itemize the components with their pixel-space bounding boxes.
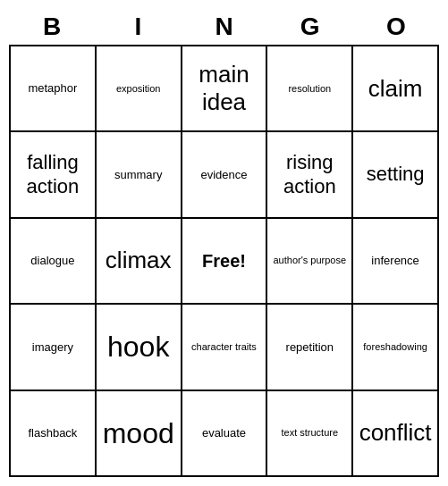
bingo-cell-8[interactable]: rising action bbox=[267, 132, 353, 218]
bingo-cell-6[interactable]: summary bbox=[97, 132, 182, 218]
bingo-cell-11[interactable]: climax bbox=[97, 219, 182, 305]
bingo-cell-12[interactable]: Free! bbox=[182, 219, 268, 305]
bingo-cell-20[interactable]: flashback bbox=[11, 391, 97, 477]
bingo-cell-2[interactable]: main idea bbox=[182, 46, 268, 132]
bingo-cell-7[interactable]: evidence bbox=[182, 132, 268, 218]
bingo-cell-9[interactable]: setting bbox=[353, 132, 439, 218]
header-letter-n: N bbox=[181, 9, 266, 45]
bingo-card: BINGO metaphorexpositionmain idearesolut… bbox=[0, 0, 448, 486]
bingo-cell-4[interactable]: claim bbox=[353, 46, 439, 132]
bingo-cell-5[interactable]: falling action bbox=[11, 132, 97, 218]
bingo-cell-22[interactable]: evaluate bbox=[182, 391, 268, 477]
bingo-cell-18[interactable]: repetition bbox=[267, 305, 353, 390]
header-letter-i: I bbox=[95, 9, 181, 45]
bingo-cell-14[interactable]: inference bbox=[353, 219, 439, 305]
bingo-cell-15[interactable]: imagery bbox=[11, 305, 97, 390]
bingo-cell-3[interactable]: resolution bbox=[267, 46, 353, 132]
header-letter-b: B bbox=[9, 9, 95, 45]
bingo-grid: metaphorexpositionmain idearesolutioncla… bbox=[9, 45, 439, 477]
bingo-cell-17[interactable]: character traits bbox=[182, 305, 268, 390]
header-letter-g: G bbox=[267, 9, 353, 45]
bingo-cell-19[interactable]: foreshadowing bbox=[353, 305, 439, 390]
bingo-cell-13[interactable]: author's purpose bbox=[267, 219, 353, 305]
bingo-cell-1[interactable]: exposition bbox=[97, 46, 182, 132]
header-letter-o: O bbox=[353, 9, 439, 45]
bingo-cell-21[interactable]: mood bbox=[97, 391, 182, 477]
bingo-cell-0[interactable]: metaphor bbox=[11, 46, 97, 132]
bingo-header: BINGO bbox=[9, 9, 439, 45]
bingo-cell-24[interactable]: conflict bbox=[353, 391, 439, 477]
bingo-cell-10[interactable]: dialogue bbox=[11, 219, 97, 305]
bingo-cell-23[interactable]: text structure bbox=[267, 391, 353, 477]
bingo-cell-16[interactable]: hook bbox=[97, 305, 182, 390]
